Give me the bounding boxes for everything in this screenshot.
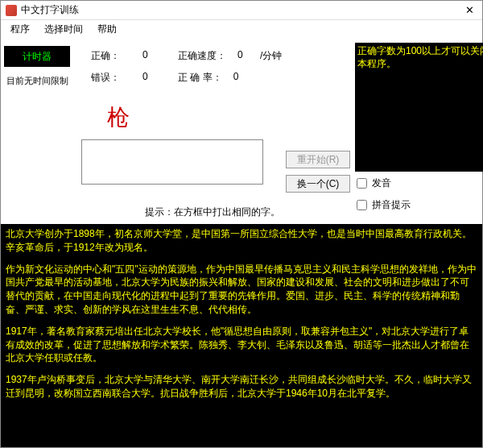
main-area: 计时器 目前无时间限制 正确： 0 错误： 0 [1,38,482,447]
pinyin-label: 拼音提示 [372,198,411,212]
stats-panel: 正确： 0 错误： 0 正确速度： 0 /分钟 [75,43,350,88]
app-window: 中文打字训练 ✕ 程序 选择时间 帮助 计时器 目前无时间限制 正确： 0 [0,0,483,448]
pronounce-checkbox[interactable] [357,178,367,189]
rate-label: 正 确 率： [178,71,222,85]
pinyin-checkbox[interactable] [357,200,367,210]
next-button[interactable]: 换一个(C) [286,175,350,193]
menu-help[interactable]: 帮助 [91,21,123,38]
error-value: 0 [142,71,154,85]
timer-display: 计时器 [4,46,70,67]
menu-select-time[interactable]: 选择时间 [38,21,89,38]
article-panel: 北京大学创办于1898年，初名京师大学堂，是中国第一所国立综合性大学，也是当时中… [1,224,482,447]
time-limit-text: 目前无时间限制 [6,75,68,87]
article-p2: 作为新文化运动的中心和"五四"运动的策源地，作为中国最早传播马克思主义和民主科学… [6,263,477,317]
speed-label: 正确速度： [178,49,226,63]
article-p4: 1937年卢沟桥事变后，北京大学与清华大学、南开大学南迁长沙，共同组成长沙临时大… [6,373,477,400]
correct-value: 0 [142,49,154,63]
pinyin-check-row[interactable]: 拼音提示 [357,198,483,212]
article-p1: 北京大学创办于1898年，初名京师大学堂，是中国第一所国立综合性大学，也是当时中… [6,227,477,255]
current-char-display: 枪 [75,88,350,139]
app-icon [6,5,17,16]
close-button[interactable]: ✕ [461,3,477,18]
correct-label: 正确： [91,49,131,63]
speed-unit: /分钟 [260,49,282,63]
menubar: 程序 选择时间 帮助 [1,20,482,38]
pronounce-label: 发音 [372,176,391,190]
info-box: 正确字数为100以上才可以关闭本程序。 [355,43,483,172]
tip-text: 提示：在方框中打出相同的字。 [75,193,350,224]
speed-value: 0 [237,49,249,63]
rate-value: 0 [233,71,245,85]
pronounce-check-row[interactable]: 发音 [357,176,483,190]
window-title: 中文打字训练 [21,3,79,17]
article-p3: 1917年，著名教育家蔡元培出任北京大学校长，他"循思想自由原则，取兼容并包主义… [6,325,477,365]
typing-input[interactable] [81,139,263,185]
restart-button[interactable]: 重开始(R) [286,151,350,168]
error-label: 错误： [91,71,131,85]
menu-program[interactable]: 程序 [4,21,36,38]
titlebar: 中文打字训练 ✕ [1,1,482,20]
